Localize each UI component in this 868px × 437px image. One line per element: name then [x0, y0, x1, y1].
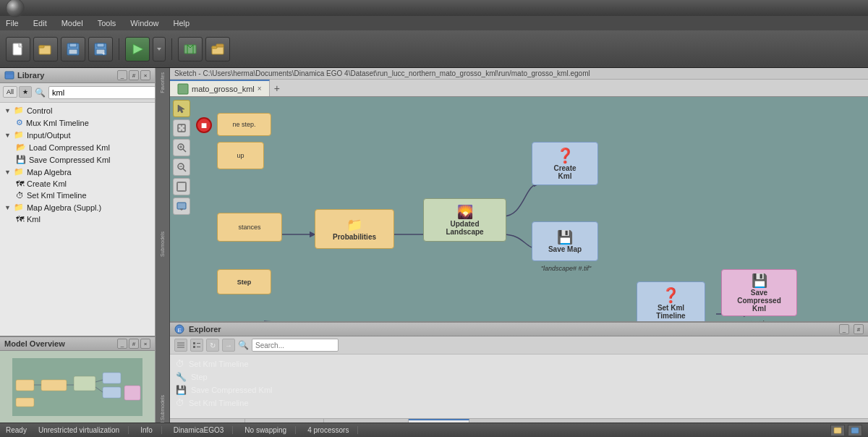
tree-label-io: Input/Output	[27, 131, 71, 140]
node-step[interactable]: Step	[217, 269, 271, 294]
zoom-in-tool[interactable]	[173, 139, 190, 156]
tree-control-category[interactable]: ▼ 📁 Control	[1, 104, 153, 116]
new-button[interactable]	[6, 37, 30, 61]
tab-mato-grosso[interactable]: mato_grosso_kml ×	[170, 80, 270, 96]
screen-tool[interactable]	[173, 198, 190, 215]
tree-arrow-ma: ▼	[4, 169, 11, 176]
explorer-item-step[interactable]: 🔧 Step	[173, 370, 865, 383]
status-icon-1[interactable]	[830, 425, 845, 436]
tree-save-compressed[interactable]: 💾 Save Compressed Kml	[1, 153, 153, 166]
tree-set-kml[interactable]: ⏱ Set Kml Timeline	[1, 190, 153, 201]
overview-minimize[interactable]: _	[117, 339, 127, 349]
exp-refresh-btn[interactable]: ↻	[206, 339, 219, 352]
open-button[interactable]	[33, 37, 58, 61]
explorer-title: Explorer	[189, 325, 221, 334]
tree-label-ma: Map Algebra	[27, 168, 72, 177]
node-distances[interactable]: stances	[217, 213, 282, 242]
node-up[interactable]: up	[217, 142, 264, 169]
status-icon-2[interactable]	[848, 425, 862, 436]
svg-text:E: E	[178, 327, 182, 334]
tree-mux-kml[interactable]: ⚙ Mux Kml Timeline	[1, 116, 153, 129]
svg-rect-36	[177, 182, 186, 191]
canvas[interactable]: ■ ne step. up stances 📁 Probabilities	[170, 97, 868, 321]
tree-arrow-control: ▼	[4, 107, 11, 114]
explorer-item-setkml2[interactable]: ⏱ Set Kml Timeline	[173, 396, 865, 410]
menu-file[interactable]: File	[3, 17, 22, 29]
exp-label-setkml2: Set Kml Timeline	[189, 399, 249, 407]
menu-help[interactable]: Help	[170, 17, 192, 29]
tree-arrow-io: ▼	[4, 132, 11, 139]
toolbar-separator2	[171, 38, 172, 60]
svg-rect-7	[97, 43, 104, 47]
tree-arrow-mas: ▼	[4, 204, 11, 211]
run-dropdown-button[interactable]	[153, 37, 166, 61]
library-header: Library _ # ×	[0, 68, 155, 83]
tree-create-kml[interactable]: 🗺 Create Kml	[1, 178, 153, 190]
lib-tab-all[interactable]: All	[3, 86, 17, 98]
tree-kml[interactable]: 🗺 Kml	[1, 213, 153, 225]
save-button[interactable]	[61, 37, 85, 61]
menu-model[interactable]: Model	[59, 17, 86, 29]
zoom-out-tool[interactable]	[173, 158, 190, 176]
svg-rect-58	[124, 386, 140, 400]
search-input[interactable]	[48, 86, 156, 99]
tab-add-btn[interactable]: +	[270, 80, 284, 96]
library-title: Library	[17, 71, 44, 80]
menu-tools[interactable]: Tools	[95, 17, 119, 29]
node-probabilities[interactable]: 📁 Probabilities	[315, 209, 394, 249]
overview-restore[interactable]: #	[129, 339, 139, 349]
landscape-icon: 🌄	[457, 204, 473, 220]
save-map-filename: "landscape# #.tif"	[524, 265, 608, 272]
save-map-icon: 💾	[557, 229, 573, 245]
toolbar-separator	[119, 38, 119, 60]
node-set-kml-timeline[interactable]: ❓ Set Kml Timeline	[637, 281, 705, 321]
svg-rect-64	[851, 428, 859, 433]
svg-marker-23	[178, 105, 184, 113]
explorer-minimize[interactable]: _	[839, 324, 849, 334]
vertical-sidebar: Favorites Submodels Local Submodels	[156, 68, 170, 437]
explorer-item-savecomp[interactable]: 💾 Save Compressed Kml	[173, 383, 865, 396]
sketch-path-text: Sketch - C:\Users\herma\Documents\Dinami…	[174, 69, 590, 77]
svg-rect-37	[177, 203, 186, 209]
overview-close[interactable]: ×	[140, 339, 150, 349]
tree-label-load: Load Compressed Kml	[29, 143, 110, 152]
map-button[interactable]	[178, 37, 203, 61]
exp-list-btn[interactable]	[190, 339, 203, 352]
node-create-kml[interactable]: ❓ Create Kml	[532, 142, 598, 185]
library-close[interactable]: ×	[140, 70, 150, 80]
node-ne-step[interactable]: ne step.	[217, 113, 271, 136]
explorer-item-setkml1[interactable]: ⏱ Set Kml Timeline	[173, 357, 865, 370]
folder-icon-prob: 📁	[346, 217, 362, 233]
menu-edit[interactable]: Edit	[30, 17, 50, 29]
open-folder-button[interactable]	[205, 37, 230, 61]
tree-load-compressed[interactable]: 📂 Load Compressed Kml	[1, 141, 153, 153]
lib-tab-favorites[interactable]: ★	[19, 86, 32, 98]
stop-button[interactable]: ■	[196, 117, 212, 133]
status-virtualization: Unrestricted virtualization	[38, 426, 129, 434]
node-save-map[interactable]: 💾 Save Map	[532, 221, 598, 261]
tree-maplgebra-category[interactable]: ▼ 📁 Map Algebra	[1, 166, 153, 178]
tree-masupp-category[interactable]: ▼ 📁 Map Algebra (Suppl.)	[1, 201, 153, 213]
exp-icon-savecomp: 💾	[176, 385, 187, 395]
tab-close-btn[interactable]: ×	[258, 85, 262, 93]
library-minimize[interactable]: _	[117, 70, 127, 80]
exp-nav-btn[interactable]: →	[222, 339, 235, 352]
save-as-button[interactable]: +	[88, 37, 113, 61]
sketch-path: Sketch - C:\Users\herma\Documents\Dinami…	[170, 68, 868, 80]
node-save-compressed-kml[interactable]: 💾 Save Compressed Kml	[721, 269, 797, 316]
menu-window[interactable]: Window	[127, 17, 161, 29]
node-updated-landscape[interactable]: 🌄 Updated Landscape	[423, 198, 506, 242]
exp-tree-btn[interactable]	[174, 339, 187, 352]
explorer-restore[interactable]: #	[854, 324, 864, 334]
tree-label-createkml: Create Kml	[27, 179, 67, 188]
zoom-fit-tool[interactable]	[173, 178, 190, 195]
nav-tool[interactable]	[173, 119, 190, 137]
run-button[interactable]	[125, 37, 150, 61]
explorer-search[interactable]	[252, 339, 339, 352]
tree-inputoutput-category[interactable]: ▼ 📁 Input/Output	[1, 129, 153, 141]
menu-bar: File Edit Model Tools Window Help	[0, 16, 868, 30]
svg-rect-16	[5, 72, 14, 79]
select-tool[interactable]	[173, 100, 190, 117]
library-restore[interactable]: #	[129, 70, 139, 80]
create-kml-icon: ❓	[556, 147, 574, 164]
